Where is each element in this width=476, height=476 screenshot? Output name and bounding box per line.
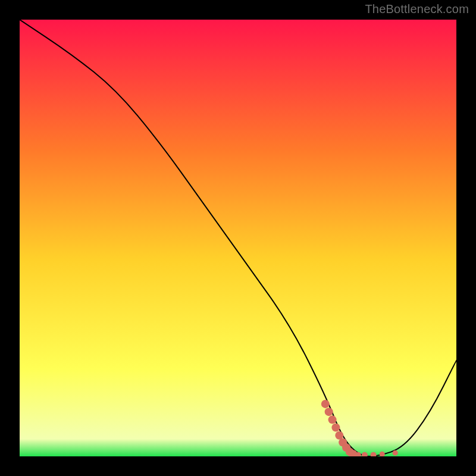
- plot-svg: [20, 20, 456, 456]
- marker-dot: [331, 424, 340, 432]
- gradient-background: [20, 20, 456, 456]
- marker-dot: [325, 408, 333, 416]
- plot-area: [20, 20, 456, 456]
- watermark-text: TheBottleneck.com: [365, 2, 469, 16]
- marker-dot: [321, 400, 330, 408]
- chart-frame: TheBottleneck.com: [0, 0, 476, 476]
- marker-dot: [328, 415, 337, 424]
- marker-dot: [393, 450, 398, 456]
